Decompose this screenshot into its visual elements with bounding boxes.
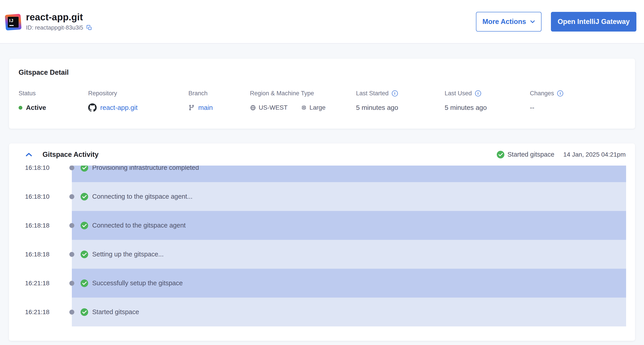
status-label: Status xyxy=(18,90,88,97)
machine-type-icon xyxy=(301,105,307,110)
field-changes: Changes i -- xyxy=(530,90,626,112)
detail-card-title: Gitspace Detail xyxy=(18,68,626,76)
timeline-dot xyxy=(69,310,74,314)
latest-event-label: Started gitspace xyxy=(508,151,554,158)
chevron-down-icon xyxy=(530,20,535,23)
activity-row: 16:18:18 Setting up the gitspace... xyxy=(9,240,635,269)
status-value: Active xyxy=(26,104,46,112)
region-machine-label: Region & Machine Type xyxy=(250,90,356,97)
field-region-machine: Region & Machine Type US-WEST xyxy=(250,90,356,112)
region-value: US-WEST xyxy=(259,104,288,111)
collapse-activity-button[interactable] xyxy=(26,152,32,157)
activity-message: Successfully setup the gitspace xyxy=(92,280,183,287)
field-last-started: Last Started i 5 minutes ago xyxy=(356,90,444,112)
copy-id-button[interactable] xyxy=(86,25,92,31)
git-branch-icon xyxy=(188,104,195,111)
top-bar: IJ react-app.git ID: reactappgit-83u3i5 … xyxy=(0,0,644,44)
activity-message: Started gitspace xyxy=(92,308,139,316)
success-check-icon xyxy=(80,166,88,172)
timeline-dot xyxy=(69,166,74,170)
timeline-dot xyxy=(69,194,74,199)
intellij-logo-monogram: IJ xyxy=(9,18,17,23)
activity-row: 16:18:10 Provisioning infrastructure com… xyxy=(9,166,635,182)
activity-timestamp: 16:18:10 xyxy=(25,166,50,172)
field-repository: Repository react-app.git xyxy=(88,90,188,112)
success-check-icon xyxy=(497,151,504,158)
success-check-icon xyxy=(80,222,88,229)
activity-row: 16:21:18 Started gitspace xyxy=(9,298,635,326)
repository-label: Repository xyxy=(88,90,188,97)
intellij-logo: IJ xyxy=(5,14,21,30)
activity-message: Provisioning infrastructure completed xyxy=(92,166,199,172)
timeline-dot xyxy=(69,281,74,286)
last-used-value: 5 minutes ago xyxy=(444,103,530,112)
activity-timestamp: 16:18:18 xyxy=(25,222,50,229)
activity-row: 16:18:10 Connecting to the gitspace agen… xyxy=(9,182,635,211)
timeline-dot xyxy=(69,252,74,257)
success-check-icon xyxy=(80,280,88,287)
branch-label: Branch xyxy=(188,90,250,97)
page-title: react-app.git xyxy=(26,12,92,22)
activity-message: Connected to the gitspace agent xyxy=(92,222,186,229)
success-check-icon xyxy=(80,193,88,200)
intellij-logo-badge: IJ xyxy=(8,17,18,28)
latest-event-timestamp: 14 Jan, 2025 04:21pm xyxy=(563,151,626,158)
activity-row: 16:18:18 Connected to the gitspace agent xyxy=(9,211,635,240)
more-actions-button[interactable]: More Actions xyxy=(476,12,542,32)
status-active-dot xyxy=(18,106,22,110)
globe-icon xyxy=(250,105,256,111)
activity-timestamp: 16:18:10 xyxy=(25,193,50,200)
activity-log-scroll-area[interactable]: 16:18:10 Provisioning infrastructure com… xyxy=(9,166,635,341)
info-icon[interactable]: i xyxy=(392,90,398,96)
activity-message: Setting up the gitspace... xyxy=(92,250,164,258)
open-intellij-gateway-button[interactable]: Open IntelliJ Gateway xyxy=(551,12,636,32)
field-branch: Branch main xyxy=(188,90,250,112)
activity-timestamp: 16:21:18 xyxy=(25,308,50,316)
last-started-value: 5 minutes ago xyxy=(356,103,444,112)
more-actions-label: More Actions xyxy=(482,18,526,26)
copy-icon xyxy=(86,25,92,31)
intellij-logo-underline xyxy=(10,25,14,26)
field-last-used: Last Used i 5 minutes ago xyxy=(444,90,530,112)
gitspace-activity-card: Gitspace Activity Started gitspace 14 Ja… xyxy=(9,144,635,341)
activity-row: 16:21:18 Successfully setup the gitspace xyxy=(9,269,635,298)
chevron-up-icon xyxy=(26,152,32,157)
branch-link[interactable]: main xyxy=(198,104,213,112)
timeline-dot xyxy=(69,223,74,228)
activity-message: Connecting to the gitspace agent... xyxy=(92,193,192,200)
success-check-icon xyxy=(80,308,88,316)
changes-label: Changes xyxy=(530,90,554,97)
field-status: Status Active xyxy=(18,90,88,112)
success-check-icon xyxy=(80,250,88,258)
gitspace-id: ID: reactappgit-83u3i5 xyxy=(26,24,83,31)
activity-title: Gitspace Activity xyxy=(42,150,98,159)
github-icon xyxy=(88,103,97,112)
changes-value: -- xyxy=(530,103,626,112)
info-icon[interactable]: i xyxy=(475,90,481,96)
activity-timestamp: 16:18:18 xyxy=(25,251,50,258)
info-icon[interactable]: i xyxy=(557,90,563,96)
activity-timestamp: 16:21:18 xyxy=(25,280,50,287)
activity-header: Gitspace Activity Started gitspace 14 Ja… xyxy=(9,144,635,166)
last-started-label: Last Started xyxy=(356,90,389,97)
last-used-label: Last Used xyxy=(444,90,472,97)
machine-type-value: Large xyxy=(310,104,326,111)
repository-link[interactable]: react-app.git xyxy=(100,104,138,112)
gitspace-detail-card: Gitspace Detail Status Active Repository… xyxy=(9,58,635,129)
